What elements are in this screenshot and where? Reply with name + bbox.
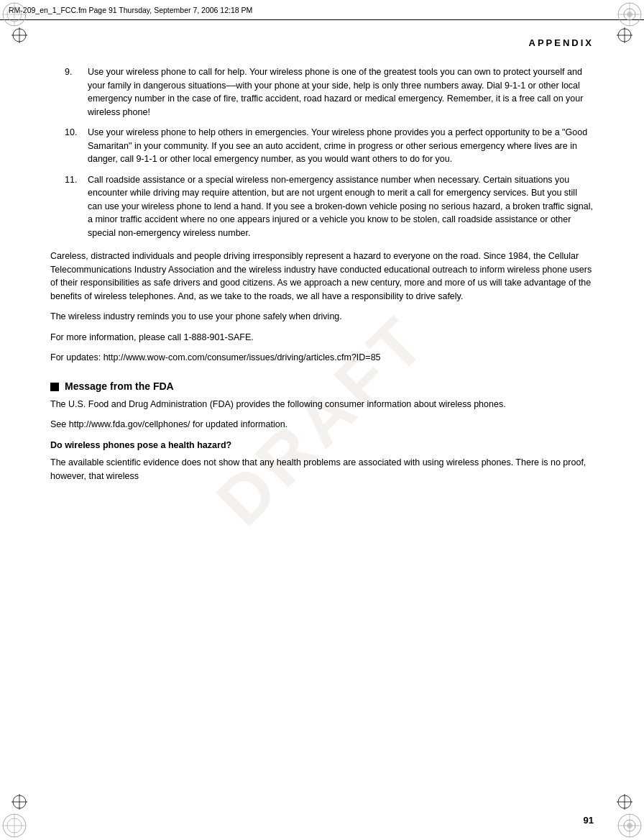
list-number-10: 10. xyxy=(65,126,88,166)
body-para-3: For more information, please call 1-888-… xyxy=(50,331,594,344)
section-heading-fda: Message from the FDA xyxy=(50,380,594,392)
header-bar: RM-209_en_1_FCC.fm Page 91 Thursday, Sep… xyxy=(0,0,644,20)
fda-para-1: The U.S. Food and Drug Administration (F… xyxy=(50,398,594,411)
content-area: APPENDIX 9. Use your wireless phone to c… xyxy=(50,37,594,797)
header-text: RM-209_en_1_FCC.fm Page 91 Thursday, Sep… xyxy=(9,6,252,14)
list-number-11: 11. xyxy=(65,173,88,240)
body-para-1: Careless, distracted individuals and peo… xyxy=(50,250,594,303)
list-text-9: Use your wireless phone to call for help… xyxy=(88,65,594,119)
appendix-heading: APPENDIX xyxy=(50,37,594,52)
page: DRAFT RM-209_en_1_FCC.fm Page 91 Thursda… xyxy=(0,0,644,840)
body-para-2: The wireless industry reminds you to use… xyxy=(50,310,594,324)
list-number-9: 9. xyxy=(65,65,88,119)
corner-circle-br xyxy=(617,813,643,839)
fda-para-3: The available scientific evidence does n… xyxy=(50,456,594,483)
section-heading-text: Message from the FDA xyxy=(65,380,174,392)
corner-circle-tr xyxy=(617,1,643,27)
list-text-10: Use your wireless phone to help others i… xyxy=(88,126,594,166)
fda-para-2: See http://www.fda.gov/cellphones/ for u… xyxy=(50,418,594,432)
list-item: 10. Use your wireless phone to help othe… xyxy=(65,126,594,166)
page-number: 91 xyxy=(584,815,594,826)
reg-mark-tl xyxy=(12,27,27,46)
list-item: 11. Call roadside assistance or a specia… xyxy=(65,173,594,240)
list-text-11: Call roadside assistance or a special wi… xyxy=(88,173,594,240)
reg-mark-tr xyxy=(617,27,632,46)
corner-circle-bl xyxy=(1,813,27,839)
numbered-list: 9. Use your wireless phone to call for h… xyxy=(65,65,594,239)
reg-mark-bl xyxy=(12,794,27,813)
corner-circle-tl xyxy=(1,1,27,27)
fda-bold-heading: Do wireless phones pose a health hazard? xyxy=(50,439,594,452)
body-para-4: For updates: http://www.wow-com.com/cons… xyxy=(50,351,594,365)
reg-mark-br xyxy=(617,794,632,813)
list-item: 9. Use your wireless phone to call for h… xyxy=(65,65,594,119)
section-bullet-square xyxy=(50,383,59,391)
